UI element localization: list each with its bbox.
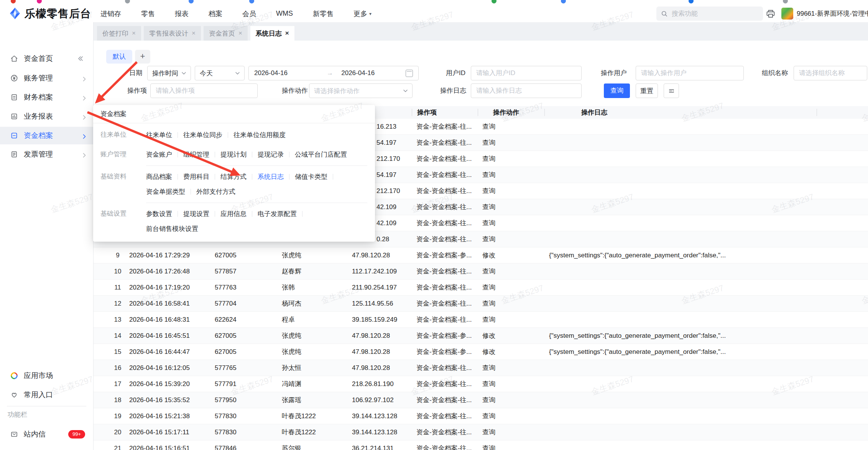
cell-op-item: 资金-资金档案-往... <box>412 119 478 134</box>
search-input[interactable] <box>671 10 749 18</box>
preset-tab-default[interactable]: 默认 <box>106 50 132 64</box>
close-icon[interactable]: × <box>132 29 136 37</box>
nav-item-新零售[interactable]: 新零售 <box>313 9 334 18</box>
close-icon[interactable]: × <box>238 29 242 37</box>
menu-link-提现记录[interactable]: 提现记录 <box>252 150 289 159</box>
cell-op-log <box>544 376 817 392</box>
op-action-select[interactable]: 请选择操作动作 <box>309 83 413 98</box>
printer-icon[interactable] <box>765 8 776 19</box>
sidebar-item-业务报表[interactable]: 业务报表 <box>0 108 93 125</box>
menu-link-提现计划[interactable]: 提现计划 <box>215 150 252 159</box>
cell-op-action: 修改 <box>478 247 544 263</box>
nav-item-进销存[interactable]: 进销存 <box>100 9 121 18</box>
menu-link-往来单位同步[interactable]: 往来单位同步 <box>178 131 228 139</box>
nav-item-WMS[interactable]: WMS <box>276 10 293 18</box>
search-box[interactable] <box>656 7 763 21</box>
menu-link-费用科目[interactable]: 费用科目 <box>178 172 215 181</box>
sidebar-item-站内信[interactable]: 站内信99+ <box>0 425 93 443</box>
column-settings-button[interactable] <box>664 83 679 98</box>
user-avatar[interactable] <box>781 8 793 20</box>
cell-ip: 211.90.254.197 <box>347 280 412 295</box>
col-header-op-item[interactable]: 操作项 <box>412 106 478 119</box>
date-type-select[interactable]: 操作时间 <box>147 66 191 80</box>
cell-op-user: 张虎纯 <box>265 344 347 360</box>
tab-资金首页[interactable]: 资金首页× <box>204 26 248 41</box>
chevron-down-icon <box>182 72 186 75</box>
close-icon[interactable]: × <box>285 29 289 37</box>
cell-op-action: 查询 <box>478 312 544 327</box>
menu-link-电子发票配置[interactable]: 电子发票配置 <box>252 209 302 218</box>
menu-link-往来单位信用额度[interactable]: 往来单位信用额度 <box>228 131 291 139</box>
cell-op-item: 资金-资金档案-往... <box>412 151 478 167</box>
menu-link-组织管理[interactable]: 组织管理 <box>178 150 215 159</box>
nav-item-更多[interactable]: 更多▾ <box>353 9 372 18</box>
org-name-input[interactable] <box>794 66 867 80</box>
nav-item-零售[interactable]: 零售 <box>141 9 155 18</box>
menu-link-往来单位[interactable]: 往来单位 <box>146 131 178 139</box>
cell-op-user: 杨珂杰 <box>265 296 347 311</box>
user-name[interactable]: 99661-新界面环境-管理中 <box>797 5 868 22</box>
op-log-input[interactable] <box>471 83 582 98</box>
col-header-op-log[interactable]: 操作日志 <box>544 106 817 119</box>
menu-link-商品档案[interactable]: 商品档案 <box>146 172 178 181</box>
table-row: 112026-04-16 17:19:20577763张韩211.90.254.… <box>93 280 868 296</box>
user-id-input[interactable] <box>471 66 582 80</box>
menu-link-公域平台门店配置[interactable]: 公域平台门店配置 <box>289 150 352 159</box>
sidebar-item-资金档案[interactable]: 资金档案 <box>0 127 93 144</box>
nav-item-档案[interactable]: 档案 <box>209 9 222 18</box>
cell-user-id: 577830 <box>215 408 265 424</box>
menu-link-参数设置[interactable]: 参数设置 <box>146 209 178 218</box>
col-header-op-action[interactable]: 操作动作 <box>478 106 544 119</box>
search-button[interactable]: 查询 <box>604 83 630 98</box>
chevron-down-icon <box>403 90 408 92</box>
menu-link-提现设置[interactable]: 提现设置 <box>178 209 215 218</box>
menu-link-储值卡类型[interactable]: 储值卡类型 <box>289 172 333 181</box>
cell-ip-fragment: 16.213 <box>376 123 396 130</box>
cell-num: 11 <box>106 280 129 295</box>
tab-零售报表设计[interactable]: 零售报表设计× <box>144 26 201 41</box>
sidebar-item-资金首页[interactable]: 资金首页 <box>0 50 93 67</box>
cell-op-item: 资金-资金档案-往... <box>412 312 478 327</box>
table-row: 92026-04-16 17:29:29627005张虎纯47.98.120.2… <box>93 247 868 263</box>
close-icon[interactable]: × <box>192 29 196 37</box>
op-user-input[interactable] <box>636 66 744 80</box>
sidebar-item-label: 资金档案 <box>24 131 53 141</box>
sidebar-item-label: 资金首页 <box>24 54 53 64</box>
date-range-picker[interactable]: 2026-04-16 → 2026-04-16 <box>248 66 419 80</box>
sidebar-divider <box>7 406 86 406</box>
cell-ip: 36.21.214.131 <box>347 440 412 450</box>
unread-count-badge: 99+ <box>68 430 85 439</box>
op-item-input[interactable] <box>150 83 258 98</box>
sidebar-item-常用入口[interactable]: 常用入口 <box>0 386 93 404</box>
tab-系统日志[interactable]: 系统日志× <box>250 26 294 41</box>
sidebar-item-产品下载[interactable]: 产品下载 <box>0 445 93 450</box>
cell-op-action: 查询 <box>478 135 544 151</box>
sidebar-item-label: 常用入口 <box>24 390 53 400</box>
menu-link-结算方式[interactable]: 结算方式 <box>215 172 252 181</box>
sidebar-item-账务管理[interactable]: 账务管理 <box>0 69 93 87</box>
add-preset-button[interactable]: + <box>135 50 150 64</box>
nav-item-报表[interactable]: 报表 <box>175 9 189 18</box>
cell-op-item: 资金-资金档案-往... <box>412 376 478 392</box>
cell-user-id: 622624 <box>215 312 265 327</box>
sidebar-item-财务档案[interactable]: 财务档案 <box>0 88 93 106</box>
cell-num: 9 <box>106 247 129 263</box>
date-quick-select[interactable]: 今天 <box>195 66 245 80</box>
sidebar-item-label: 账务管理 <box>24 73 53 83</box>
reset-button[interactable]: 重置 <box>636 83 658 98</box>
menu-link-前台销售模块设置[interactable]: 前台销售模块设置 <box>146 224 204 233</box>
menu-link-系统日志[interactable]: 系统日志 <box>252 172 289 181</box>
nav-item-会员[interactable]: 会员 <box>242 9 256 18</box>
chevron-right-icon <box>83 152 86 157</box>
menu-link-外部支付方式[interactable]: 外部支付方式 <box>191 187 241 196</box>
tab-价签打印[interactable]: 价签打印× <box>97 26 141 41</box>
cell-ip-fragment: 54.197 <box>376 171 396 178</box>
cell-ip: 112.17.242.109 <box>347 263 412 279</box>
cell-op-user: 叶春茂1222 <box>265 408 347 424</box>
sidebar-item-发票管理[interactable]: 发票管理 <box>0 146 93 163</box>
menu-link-资金单据类型[interactable]: 资金单据类型 <box>146 187 191 196</box>
menu-link-资金账户[interactable]: 资金账户 <box>146 150 178 159</box>
menu-link-应用信息[interactable]: 应用信息 <box>215 209 252 218</box>
sidebar-item-应用市场[interactable]: 应用市场 <box>0 367 93 385</box>
chevron-right-icon <box>83 95 86 100</box>
